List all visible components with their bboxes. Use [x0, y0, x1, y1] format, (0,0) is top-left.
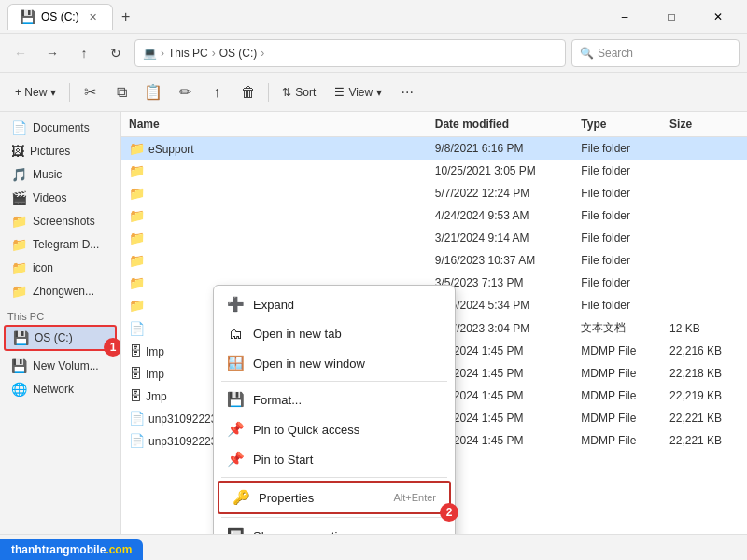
sort-button[interactable]: ⇅ Sort	[275, 78, 323, 106]
cell-size	[662, 137, 747, 161]
breadcrumb-bar[interactable]: 💻 › This PC › OS (C:) ›	[134, 39, 566, 67]
ctx-format-label: Format...	[253, 393, 302, 407]
sidebar-item-label: Documents	[33, 121, 90, 134]
close-button[interactable]: ✕	[697, 2, 740, 32]
newvolume-icon: 💾	[11, 358, 27, 373]
ctx-separator-1	[221, 381, 447, 382]
back-button[interactable]: ←	[7, 40, 34, 66]
cell-type: File folder	[573, 137, 662, 161]
table-row[interactable]: 📁eSupport 9/8/2021 6:16 PM File folder	[121, 137, 747, 161]
sidebar-item-zhongwen[interactable]: 📁 Zhongwen...	[4, 280, 117, 302]
copy-button[interactable]: ⧉	[107, 78, 135, 106]
rename-button[interactable]: ✏	[171, 78, 199, 106]
ctx-pin-quickaccess[interactable]: 📌 Pin to Quick access	[214, 414, 455, 444]
minimize-button[interactable]: –	[603, 2, 646, 32]
sidebar-item-label: OS (C:)	[35, 331, 73, 344]
videos-icon: 🎬	[11, 190, 27, 205]
sidebar-item-videos[interactable]: 🎬 Videos	[4, 187, 117, 209]
ctx-show-more-label: Show more options	[253, 529, 357, 535]
osc-drive-icon: 💾	[13, 330, 29, 345]
toolbar-separator-1	[69, 83, 70, 102]
window-controls: – □ ✕	[603, 2, 740, 32]
up-button[interactable]: ↑	[71, 40, 97, 66]
view-icon: ☰	[334, 86, 345, 99]
paste-button[interactable]: 📋	[139, 78, 167, 106]
ctx-properties[interactable]: 🔑 Properties Alt+Enter 2	[218, 481, 451, 514]
delete-button[interactable]: 🗑	[234, 78, 262, 106]
sidebar-item-documents[interactable]: 📄 Documents	[4, 117, 117, 139]
cell-size	[662, 249, 747, 272]
refresh-button[interactable]: ↻	[103, 40, 129, 66]
ctx-pin-start-label: Pin to Start	[253, 453, 313, 467]
tab-close-button[interactable]: ✕	[85, 9, 101, 25]
search-bar[interactable]: 🔍 Search	[571, 39, 740, 67]
col-size[interactable]: Size	[662, 112, 747, 137]
col-type[interactable]: Type	[573, 112, 662, 137]
sidebar-item-label: Pictures	[30, 145, 70, 158]
cell-size	[662, 294, 747, 316]
cell-type: MDMP File	[573, 385, 662, 407]
sidebar-item-pictures[interactable]: 🖼 Pictures	[4, 140, 117, 162]
forward-button[interactable]: →	[39, 40, 65, 66]
cut-button[interactable]: ✂	[76, 78, 104, 106]
maximize-button[interactable]: □	[650, 2, 693, 32]
file-area: Name Date modified Type Size 📁eSupport 9…	[121, 112, 747, 534]
format-icon: 💾	[227, 391, 244, 408]
sidebar-item-music[interactable]: 🎵 Music	[4, 163, 117, 186]
active-tab[interactable]: 💾 OS (C:) ✕	[7, 4, 113, 30]
breadcrumb-thispc[interactable]: This PC	[168, 47, 208, 60]
new-button[interactable]: + New ▾	[7, 78, 63, 106]
ctx-show-more[interactable]: 🔲 Show more options	[214, 521, 455, 534]
music-icon: 🎵	[11, 167, 27, 182]
col-date[interactable]: Date modified	[428, 112, 574, 137]
pc-icon: 💻	[143, 47, 157, 60]
main-area: 📄 Documents 🖼 Pictures 🎵 Music 🎬 Videos …	[0, 112, 747, 534]
sidebar-item-network[interactable]: 🌐 Network	[4, 378, 117, 400]
share-button[interactable]: ↑	[203, 78, 231, 106]
cell-name: 📁	[121, 249, 428, 272]
toolbar: + New ▾ ✂ ⧉ 📋 ✏ ↑ 🗑 ⇅ Sort ☰ View ▾ ···	[0, 73, 747, 112]
cell-type: File folder	[573, 294, 662, 316]
more-button[interactable]: ···	[393, 78, 421, 106]
sidebar-item-osc[interactable]: 💾 OS (C:) 1	[4, 325, 117, 351]
table-row[interactable]: 📁 5/7/2022 12:24 PM File folder	[121, 182, 747, 204]
zhongwen-icon: 📁	[11, 284, 27, 299]
cell-date: 10/25/2021 3:05 PM	[428, 160, 574, 182]
sidebar-item-icon[interactable]: 📁 icon	[4, 257, 117, 279]
table-row[interactable]: 📁 9/16/2023 10:37 AM File folder	[121, 249, 747, 272]
sidebar-item-screenshots[interactable]: 📁 Screenshots	[4, 210, 117, 232]
cell-date: 9/16/2023 10:37 AM	[428, 249, 574, 272]
cell-name: 📁eSupport	[121, 137, 428, 161]
cell-type: MDMP File	[573, 362, 662, 385]
cell-date: 9/8/2021 6:16 PM	[428, 137, 574, 161]
title-bar: 💾 OS (C:) ✕ + – □ ✕	[0, 0, 747, 34]
tab-drive-icon: 💾	[20, 9, 35, 24]
search-icon: 🔍	[580, 47, 594, 60]
cell-size: 22,221 KB	[662, 429, 747, 452]
cell-size: 22,221 KB	[662, 407, 747, 429]
table-row[interactable]: 📁 10/25/2021 3:05 PM File folder	[121, 160, 747, 182]
new-tab-button[interactable]: +	[113, 4, 139, 30]
sidebar-item-telegram[interactable]: 📁 Telegram D...	[4, 233, 117, 256]
sidebar-item-label: Videos	[33, 191, 66, 204]
cell-type: MDMP File	[573, 340, 662, 362]
cell-size	[662, 272, 747, 294]
cell-size: 12 KB	[662, 316, 747, 340]
breadcrumb-osc[interactable]: OS (C:)	[219, 47, 258, 60]
table-row[interactable]: 📁 4/24/2024 9:53 AM File folder	[121, 204, 747, 227]
cell-name: 📁	[121, 182, 428, 204]
ctx-expand[interactable]: ➕ Expand	[214, 289, 455, 319]
ctx-pin-start[interactable]: 📌 Pin to Start	[214, 444, 455, 474]
ctx-properties-label: Properties	[259, 491, 314, 505]
sidebar-item-newvolume[interactable]: 💾 New Volum...	[4, 355, 117, 377]
view-button[interactable]: ☰ View ▾	[327, 78, 389, 106]
ctx-pin-quickaccess-label: Pin to Quick access	[253, 423, 359, 437]
ctx-open-newtab[interactable]: 🗂 Open in new tab	[214, 319, 455, 348]
table-row[interactable]: 📁 3/21/2024 9:14 AM File folder	[121, 227, 747, 249]
col-name[interactable]: Name	[121, 112, 428, 137]
ctx-expand-label: Expand	[253, 298, 294, 312]
open-newtab-icon: 🗂	[227, 326, 244, 342]
ctx-format[interactable]: 💾 Format...	[214, 385, 455, 414]
cell-type: File folder	[573, 204, 662, 227]
ctx-open-newwindow[interactable]: 🪟 Open in new window	[214, 348, 455, 378]
